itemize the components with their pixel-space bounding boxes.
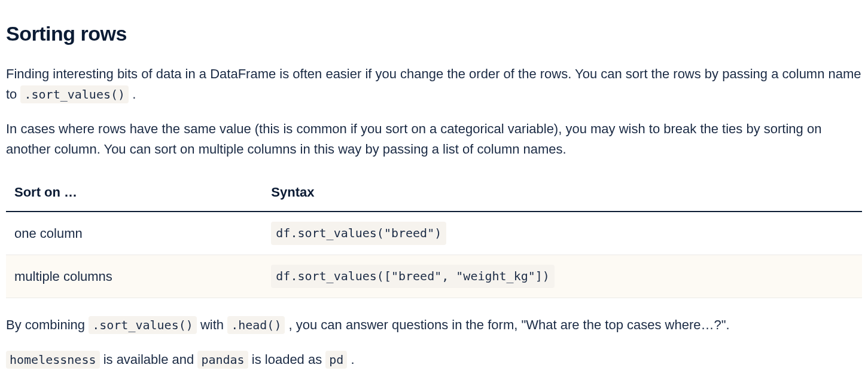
text-fragment: , you can answer questions in the form, … xyxy=(289,317,730,332)
page-title: Sorting rows xyxy=(6,18,862,50)
code-sort-values: .sort_values() xyxy=(20,85,129,103)
code-pandas: pandas xyxy=(197,351,248,369)
code-syntax: df.sort_values(["breed", "weight_kg"]) xyxy=(271,265,555,288)
text-fragment: By combining xyxy=(6,317,89,332)
table-header-sort-on: Sort on … xyxy=(6,174,263,212)
code-sort-values: .sort_values() xyxy=(89,316,197,334)
table-cell-sort-on: one column xyxy=(6,212,263,255)
table-cell-syntax: df.sort_values(["breed", "weight_kg"]) xyxy=(263,255,862,298)
intro-paragraph-2: In cases where rows have the same value … xyxy=(6,119,862,160)
text-fragment: is available and xyxy=(103,352,198,367)
syntax-table: Sort on … Syntax one column df.sort_valu… xyxy=(6,174,862,298)
table-header-syntax: Syntax xyxy=(263,174,862,212)
intro-paragraph-1: Finding interesting bits of data in a Da… xyxy=(6,64,862,105)
code-head: .head() xyxy=(227,316,285,334)
code-pd: pd xyxy=(325,351,347,369)
context-paragraph: homelessness is available and pandas is … xyxy=(6,350,862,370)
text-fragment: . xyxy=(351,352,355,367)
text-fragment: with xyxy=(200,317,227,332)
text-fragment: . xyxy=(132,87,136,102)
table-row: multiple columns df.sort_values(["breed"… xyxy=(6,255,862,298)
combining-paragraph: By combining .sort_values() with .head()… xyxy=(6,315,862,335)
table-header-row: Sort on … Syntax xyxy=(6,174,862,212)
table-row: one column df.sort_values("breed") xyxy=(6,212,862,255)
text-fragment: is loaded as xyxy=(252,352,326,367)
table-cell-syntax: df.sort_values("breed") xyxy=(263,212,862,255)
code-syntax: df.sort_values("breed") xyxy=(271,222,446,245)
table-cell-sort-on: multiple columns xyxy=(6,255,263,298)
code-homelessness: homelessness xyxy=(6,351,100,369)
